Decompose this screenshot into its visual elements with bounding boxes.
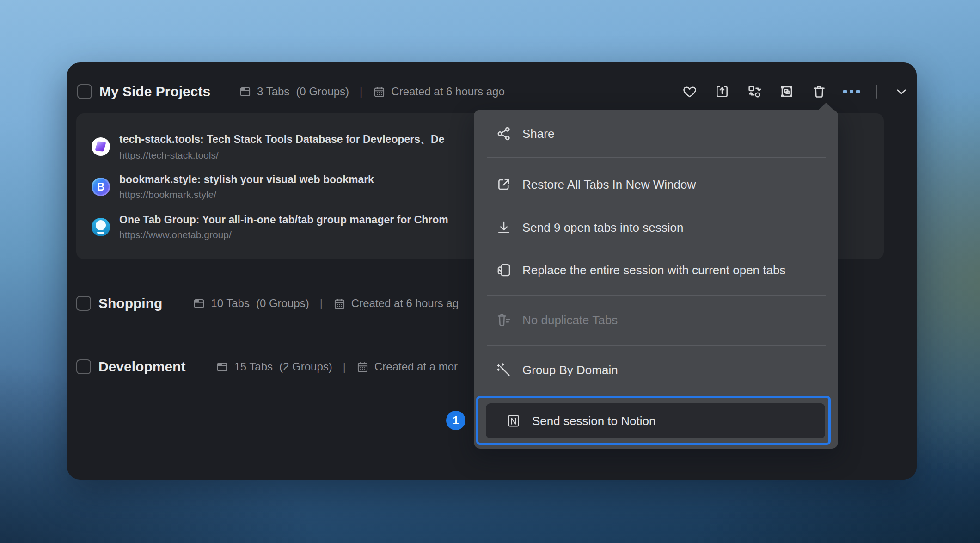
favorite-button[interactable] bbox=[682, 84, 698, 99]
session-header: My Side Projects 3 Tabs (0 Groups) | Cre… bbox=[77, 78, 909, 105]
meta-separator: | bbox=[343, 360, 346, 373]
created-at: Created at 6 hours ago bbox=[391, 85, 505, 98]
menu-item-label: Send 9 open tabs into session bbox=[522, 221, 683, 235]
external-link-icon bbox=[496, 177, 512, 192]
snapshot-button[interactable] bbox=[779, 84, 795, 99]
restore-session-button[interactable] bbox=[714, 84, 730, 99]
swap-tabs-icon bbox=[747, 84, 762, 99]
tab-title: One Tab Group: Your all-in-one tab/tab g… bbox=[119, 214, 448, 226]
menu-item-replace-session[interactable]: Replace the entire session with current … bbox=[474, 256, 838, 284]
annotation-step-badge: 1 bbox=[446, 411, 466, 430]
menu-item-send-session-to-notion[interactable]: Send session to Notion bbox=[486, 403, 825, 438]
toolbar-divider bbox=[876, 85, 877, 99]
calendar-icon bbox=[333, 297, 346, 310]
replace-icon bbox=[496, 262, 512, 278]
menu-item-group-by-domain[interactable]: Group By Domain bbox=[474, 356, 838, 384]
annotation-highlight-box: Send session to Notion bbox=[476, 396, 831, 445]
session-checkbox[interactable] bbox=[76, 359, 91, 374]
menu-divider bbox=[487, 295, 826, 296]
menu-item-label: Send session to Notion bbox=[532, 414, 655, 428]
groups-count: (2 Groups) bbox=[279, 360, 332, 373]
session-context-menu: Share Restore All Tabs In New Window Sen… bbox=[474, 110, 838, 449]
bookmark-style-favicon: B bbox=[92, 178, 110, 196]
dedupe-trash-icon bbox=[496, 312, 512, 328]
menu-item-label: No duplicate Tabs bbox=[522, 313, 618, 327]
snapshot-icon bbox=[779, 84, 794, 99]
tab-url: https://bookmark.style/ bbox=[119, 189, 374, 200]
menu-item-label: Group By Domain bbox=[522, 363, 618, 377]
menu-divider bbox=[487, 345, 826, 346]
more-menu-button[interactable] bbox=[844, 84, 859, 99]
tab-url: https://www.onetab.group/ bbox=[119, 229, 448, 241]
tabs-count: 10 Tabs bbox=[211, 297, 250, 310]
tab-title: bookmark.style: stylish your visual web … bbox=[119, 173, 374, 186]
share-icon bbox=[496, 126, 512, 142]
created-at: Created at a mor bbox=[374, 360, 458, 373]
magic-wand-icon bbox=[496, 362, 512, 378]
restore-window-icon bbox=[715, 84, 729, 99]
calendar-icon bbox=[373, 86, 386, 98]
session-name: Development bbox=[98, 359, 185, 375]
tab-count-icon bbox=[216, 361, 228, 373]
swap-tabs-button[interactable] bbox=[747, 84, 762, 99]
collapse-chevron-icon bbox=[894, 84, 909, 99]
heart-icon bbox=[682, 84, 697, 99]
one-tab-group-favicon bbox=[92, 218, 110, 236]
session-meta: 10 Tabs (0 Groups) | Created at 6 hours … bbox=[193, 297, 459, 310]
tab-url: https://tech-stack.tools/ bbox=[119, 150, 444, 161]
notion-icon bbox=[506, 413, 521, 429]
session-row-development[interactable]: Development 15 Tabs (2 Groups) | Created… bbox=[76, 356, 458, 378]
menu-item-label: Restore All Tabs In New Window bbox=[522, 178, 696, 192]
tabs-count: 3 Tabs bbox=[257, 85, 289, 98]
groups-count: (0 Groups) bbox=[256, 297, 309, 310]
created-at: Created at 6 hours ag bbox=[351, 297, 459, 310]
groups-count: (0 Groups) bbox=[296, 85, 349, 98]
session-meta: 15 Tabs (2 Groups) | Created at a mor bbox=[216, 360, 458, 373]
collapse-button[interactable] bbox=[894, 84, 909, 99]
session-name: Shopping bbox=[98, 296, 162, 311]
tab-count-icon bbox=[193, 297, 205, 310]
menu-item-label: Share bbox=[522, 127, 554, 141]
delete-session-button[interactable] bbox=[811, 84, 827, 99]
tab-count-icon bbox=[239, 86, 251, 98]
trash-icon bbox=[812, 84, 827, 99]
tech-stack-favicon bbox=[92, 137, 110, 156]
menu-pointer-arrow bbox=[818, 103, 834, 110]
menu-item-no-duplicate-tabs: No duplicate Tabs bbox=[474, 306, 838, 334]
menu-item-label: Replace the entire session with current … bbox=[522, 263, 785, 278]
session-meta: 3 Tabs (0 Groups) | Created at 6 hours a… bbox=[239, 85, 505, 98]
session-title: My Side Projects bbox=[99, 84, 210, 99]
meta-separator: | bbox=[320, 297, 323, 310]
tab-title: tech-stack.tools: Tech Stack Tools Datab… bbox=[119, 132, 444, 147]
more-ellipsis-icon bbox=[843, 90, 860, 93]
session-toolbar bbox=[682, 84, 909, 99]
menu-item-restore-all-tabs[interactable]: Restore All Tabs In New Window bbox=[474, 171, 838, 198]
download-icon bbox=[496, 220, 512, 235]
meta-separator: | bbox=[360, 85, 362, 98]
tabs-count: 15 Tabs bbox=[234, 360, 273, 373]
menu-item-send-open-tabs[interactable]: Send 9 open tabs into session bbox=[474, 214, 838, 241]
menu-item-share[interactable]: Share bbox=[474, 120, 838, 148]
session-checkbox[interactable] bbox=[77, 84, 92, 99]
calendar-icon bbox=[356, 361, 369, 373]
menu-divider bbox=[487, 157, 826, 158]
session-row-shopping[interactable]: Shopping 10 Tabs (0 Groups) | Created at… bbox=[76, 292, 459, 315]
session-checkbox[interactable] bbox=[76, 296, 91, 311]
